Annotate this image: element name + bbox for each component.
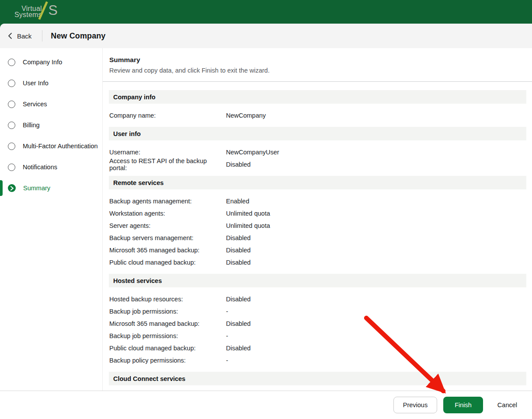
summary-row: Backup job permissions:- bbox=[109, 305, 526, 318]
row-value: - bbox=[226, 308, 526, 315]
back-label: Back bbox=[17, 32, 31, 40]
chevron-right-circle-icon bbox=[8, 184, 16, 192]
row-label: Access to REST API of the backup portal: bbox=[109, 157, 226, 171]
row-value: Unlimited quota bbox=[226, 210, 526, 217]
section-header: Hosted services bbox=[109, 274, 526, 287]
step-circle-icon bbox=[8, 59, 15, 66]
summary-row: Hosted backup resources:Disabled bbox=[109, 293, 526, 305]
cancel-button[interactable]: Cancel bbox=[497, 397, 518, 413]
section-title: Company info bbox=[113, 94, 156, 101]
step-circle-icon bbox=[8, 143, 15, 150]
row-label: Backup servers management: bbox=[109, 234, 226, 241]
sidebar-item-label: Multi-Factor Authentication bbox=[23, 143, 98, 150]
sidebar-item-label: Summary bbox=[23, 185, 50, 192]
summary-section-user-info: User infoUsername:NewCompanyUserAccess t… bbox=[109, 127, 526, 176]
wizard-footer: Previous Finish Cancel bbox=[0, 391, 532, 419]
step-circle-icon bbox=[8, 122, 15, 129]
section-title: User info bbox=[113, 130, 141, 137]
summary-section-hosted-services: Hosted servicesHosted backup resources:D… bbox=[109, 274, 526, 372]
row-label: Backup job permissions: bbox=[109, 332, 226, 339]
row-label: Workstation agents: bbox=[109, 210, 226, 217]
row-label: Server agents: bbox=[109, 222, 226, 229]
row-value: Disabled bbox=[226, 320, 526, 327]
row-label: Backup job permissions: bbox=[109, 308, 226, 315]
logo: Virtual Systems S bbox=[14, 2, 58, 21]
sidebar-item-summary[interactable]: Summary bbox=[0, 178, 102, 199]
summary-row: Backup agents management:Enabled bbox=[109, 195, 526, 207]
summary-section-company-info: Company infoCompany name:NewCompany bbox=[109, 90, 526, 127]
summary-row: Access to REST API of the backup portal:… bbox=[109, 158, 526, 171]
summary-sections: Company infoCompany name:NewCompanyUser … bbox=[103, 82, 532, 385]
logo-line2: Systems bbox=[14, 12, 42, 18]
sidebar-item-notifications[interactable]: Notifications bbox=[0, 157, 102, 178]
summary-row: Workstation agents:Unlimited quota bbox=[109, 207, 526, 220]
section-rows: Backup agents management:EnabledWorkstat… bbox=[109, 189, 526, 274]
row-value: Unlimited quota bbox=[226, 222, 526, 229]
section-rows: Username:NewCompanyUserAccess to REST AP… bbox=[109, 140, 526, 176]
summary-section-cloud-connect-services: Cloud Connect services bbox=[109, 372, 526, 385]
row-value: Disabled bbox=[226, 345, 526, 352]
chevron-left-icon bbox=[8, 32, 12, 39]
summary-row: Microsoft 365 managed backup:Disabled bbox=[109, 244, 526, 256]
summary-section-remote-services: Remote servicesBackup agents management:… bbox=[109, 176, 526, 274]
sidebar-item-company-info[interactable]: Company Info bbox=[0, 52, 102, 73]
row-label: Username: bbox=[109, 149, 226, 156]
summary-row: Microsoft 365 managed backup:Disabled bbox=[109, 318, 526, 330]
section-title: Cloud Connect services bbox=[113, 375, 185, 382]
section-header: User info bbox=[109, 127, 526, 140]
summary-row: Public cloud managed backup:Disabled bbox=[109, 256, 526, 269]
sidebar-item-multi-factor-authentication[interactable]: Multi-Factor Authentication bbox=[0, 136, 102, 157]
wizard-steps: Company InfoUser InfoServicesBillingMult… bbox=[0, 48, 103, 391]
step-circle-icon bbox=[8, 164, 15, 171]
row-label: Company name: bbox=[109, 112, 226, 119]
row-label: Backup agents management: bbox=[109, 198, 226, 205]
summary-row: Backup servers management:Disabled bbox=[109, 232, 526, 244]
row-label: Backup policy permissions: bbox=[109, 357, 226, 364]
summary-panel: Summary Review and copy data, and click … bbox=[103, 48, 532, 391]
summary-row: Public cloud managed backup:Disabled bbox=[109, 342, 526, 354]
summary-row: Username:NewCompanyUser bbox=[109, 146, 526, 158]
row-value: - bbox=[226, 357, 526, 364]
section-rows: Company name:NewCompany bbox=[109, 104, 526, 127]
summary-row: Company name:NewCompany bbox=[109, 109, 526, 122]
row-value: NewCompanyUser bbox=[226, 149, 526, 156]
row-value: - bbox=[226, 332, 526, 339]
section-header: Cloud Connect services bbox=[109, 372, 526, 385]
row-value: Disabled bbox=[226, 259, 526, 266]
logo-text: Virtual Systems bbox=[14, 6, 42, 18]
row-value: NewCompany bbox=[226, 112, 526, 119]
step-title: Summary bbox=[109, 56, 532, 64]
row-value: Disabled bbox=[226, 161, 526, 168]
sidebar-item-label: Company Info bbox=[23, 59, 62, 66]
step-circle-icon bbox=[8, 101, 15, 108]
wizard-window: Back New Company Company InfoUser InfoSe… bbox=[0, 24, 532, 419]
row-value: Disabled bbox=[226, 234, 526, 241]
row-label: Public cloud managed backup: bbox=[109, 345, 226, 352]
finish-button[interactable]: Finish bbox=[443, 397, 483, 413]
sidebar-item-label: Notifications bbox=[23, 164, 57, 171]
section-title: Hosted services bbox=[113, 277, 162, 284]
row-value: Disabled bbox=[226, 247, 526, 254]
sidebar-item-services[interactable]: Services bbox=[0, 94, 102, 115]
sidebar-item-billing[interactable]: Billing bbox=[0, 115, 102, 136]
row-label: Public cloud managed backup: bbox=[109, 259, 226, 266]
app-header: Virtual Systems S bbox=[0, 0, 532, 24]
section-header: Remote services bbox=[109, 176, 526, 189]
row-value: Disabled bbox=[226, 296, 526, 303]
section-rows: Hosted backup resources:DisabledBackup j… bbox=[109, 287, 526, 372]
step-subtitle: Review and copy data, and click Finish t… bbox=[109, 67, 532, 81]
summary-row: Backup policy permissions:- bbox=[109, 354, 526, 367]
row-value: Enabled bbox=[226, 198, 526, 205]
back-button[interactable]: Back bbox=[8, 32, 31, 40]
sidebar-item-user-info[interactable]: User Info bbox=[0, 73, 102, 94]
row-label: Microsoft 365 managed backup: bbox=[109, 247, 226, 254]
logo-s-icon: S bbox=[43, 2, 58, 21]
summary-row: Backup job permissions:- bbox=[109, 330, 526, 342]
wizard-toolbar: Back New Company bbox=[0, 24, 532, 48]
logo-s-letter: S bbox=[48, 3, 57, 17]
previous-button[interactable]: Previous bbox=[393, 397, 437, 413]
toolbar-divider bbox=[42, 30, 42, 42]
sidebar-item-label: Services bbox=[23, 101, 47, 108]
row-label: Hosted backup resources: bbox=[109, 296, 226, 303]
section-title: Remote services bbox=[113, 179, 163, 186]
